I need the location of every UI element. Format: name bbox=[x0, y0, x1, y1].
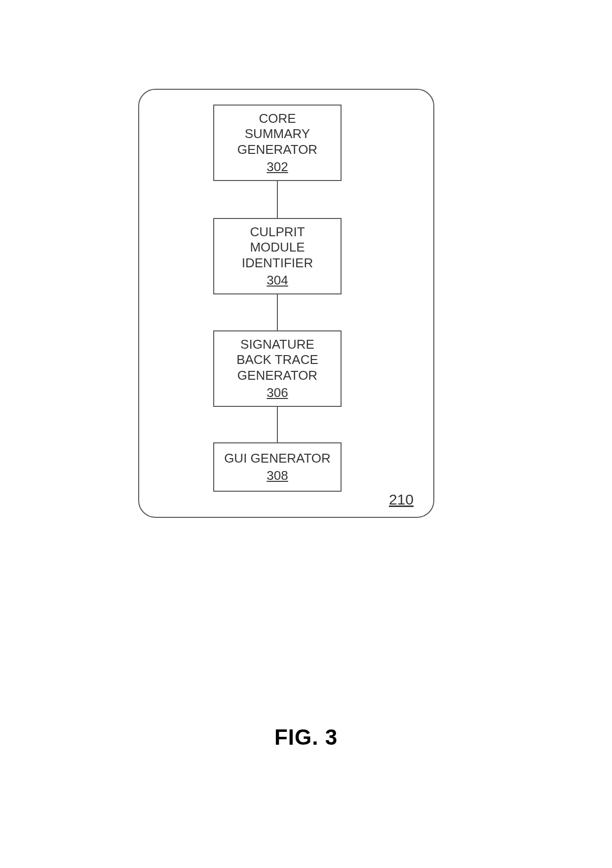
box-reference-number: 304 bbox=[267, 273, 288, 288]
core-summary-generator-box: CORE SUMMARY GENERATOR 302 bbox=[213, 105, 342, 181]
box-reference-number: 306 bbox=[267, 385, 288, 400]
connector-line bbox=[277, 407, 278, 442]
box-label-line: SIGNATURE bbox=[240, 337, 314, 352]
container-reference-number: 210 bbox=[389, 491, 414, 508]
box-reference-number: 302 bbox=[267, 159, 288, 175]
box-label-line: BACK TRACE bbox=[236, 352, 318, 367]
module-container: CORE SUMMARY GENERATOR 302 CULPRIT MODUL… bbox=[138, 89, 434, 518]
culprit-module-identifier-box: CULPRIT MODULE IDENTIFIER 304 bbox=[213, 218, 342, 294]
box-label-line: CORE bbox=[259, 111, 296, 126]
box-label-line: MODULE bbox=[250, 240, 305, 255]
connector-line bbox=[277, 181, 278, 218]
box-label-line: SUMMARY bbox=[245, 126, 310, 142]
signature-back-trace-generator-box: SIGNATURE BACK TRACE GENERATOR 306 bbox=[213, 330, 342, 407]
box-label-line: GENERATOR bbox=[237, 142, 317, 157]
box-label-line: GUI GENERATOR bbox=[224, 451, 331, 466]
box-label-line: GENERATOR bbox=[237, 368, 317, 383]
box-reference-number: 308 bbox=[267, 468, 288, 483]
box-label-line: IDENTIFIER bbox=[242, 255, 313, 271]
gui-generator-box: GUI GENERATOR 308 bbox=[213, 442, 342, 492]
connector-line bbox=[277, 294, 278, 330]
figure-label: FIG. 3 bbox=[0, 725, 612, 750]
box-label-line: CULPRIT bbox=[250, 224, 305, 240]
